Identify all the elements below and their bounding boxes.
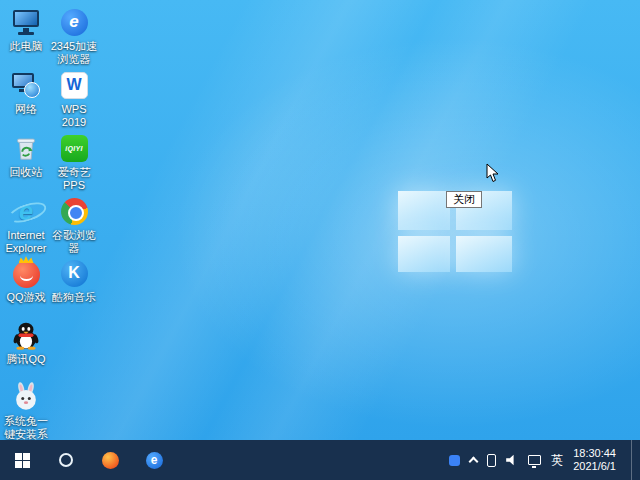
windows-logo-icon — [15, 453, 30, 468]
kugou-icon: K — [61, 260, 88, 287]
desktop-icon-internet-explorer[interactable]: e Internet Explorer — [0, 195, 52, 255]
firefox-taskbar-button[interactable] — [88, 440, 132, 480]
desktop-icon-label: 2345加速浏览器 — [48, 40, 100, 66]
desktop-icon-qq-games[interactable]: QQ游戏 — [0, 257, 52, 304]
desktop-icon-label: 谷歌浏览器 — [48, 229, 100, 255]
ime-indicator[interactable]: 英 — [551, 452, 563, 469]
clock-date: 2021/6/1 — [573, 460, 616, 473]
desktop-icon-kugou-music[interactable]: K 酷狗音乐 — [48, 257, 100, 304]
network-icon — [11, 70, 41, 100]
qq-penguin-icon — [11, 320, 41, 350]
show-desktop-button[interactable] — [631, 440, 636, 480]
network-tray-icon[interactable] — [528, 455, 541, 465]
firefox-icon — [102, 452, 119, 469]
desktop-icon-label: WPS 2019 — [48, 103, 100, 129]
system-tray: 英 18:30:44 2021/6/1 — [449, 440, 640, 480]
recycle-bin-icon — [11, 133, 41, 163]
desktop-icon-label: 酷狗音乐 — [48, 291, 100, 304]
desktop-icon-chrome[interactable]: 谷歌浏览器 — [48, 195, 100, 255]
mouse-cursor — [486, 163, 500, 187]
desktop-icon-label: 腾讯QQ — [0, 353, 52, 366]
desktop-icon-label: 此电脑 — [0, 40, 52, 53]
desktop-icon-wps-2019[interactable]: W WPS 2019 — [48, 69, 100, 129]
taskbar: e 英 18:30:44 2021/6/1 — [0, 440, 640, 480]
browser-2345-icon: e — [61, 9, 88, 36]
browser-e-icon: e — [146, 452, 163, 469]
desktop-icon-label: 系统兔一键安装系统 — [0, 415, 52, 440]
tray-app-icon[interactable] — [449, 455, 460, 466]
desktop-icon-recycle-bin[interactable]: 回收站 — [0, 132, 52, 179]
clock-time: 18:30:44 — [573, 447, 616, 460]
windows-logo-pane — [456, 236, 512, 272]
chrome-icon — [61, 198, 88, 225]
desktop-icon-xitongtu-installer[interactable]: 系统兔一键安装系统 — [0, 381, 52, 440]
hidden-icons-chevron-icon[interactable] — [469, 457, 479, 467]
desktop-icon-tencent-qq[interactable]: 腾讯QQ — [0, 319, 52, 366]
qq-games-icon — [13, 261, 40, 288]
windows-logo-pane — [398, 236, 450, 272]
ie-icon: e — [11, 196, 41, 226]
windows-logo-pane — [398, 191, 450, 230]
desktop-icon-label: 爱奇艺PPS — [48, 166, 100, 192]
desktop-icon-iqiyi-pps[interactable]: iQIYI 爱奇艺PPS — [48, 132, 100, 192]
phone-icon[interactable] — [487, 454, 496, 467]
rabbit-icon — [11, 382, 41, 412]
wps-icon: W — [61, 72, 88, 99]
desktop-icon-label: Internet Explorer — [0, 229, 52, 255]
browser-2345-taskbar-button[interactable]: e — [132, 440, 176, 480]
cortana-search-button[interactable] — [44, 440, 88, 480]
desktop-icon-label: 回收站 — [0, 166, 52, 179]
computer-icon — [11, 7, 41, 37]
desktop-icon-label: QQ游戏 — [0, 291, 52, 304]
desktop-icon-this-pc[interactable]: 此电脑 — [0, 6, 52, 53]
start-button[interactable] — [0, 440, 44, 480]
volume-icon[interactable] — [506, 454, 518, 466]
desktop-icon-2345-browser[interactable]: e 2345加速浏览器 — [48, 6, 100, 66]
desktop-icon-network[interactable]: 网络 — [0, 69, 52, 116]
cortana-icon — [59, 453, 73, 467]
desktop-icon-label: 网络 — [0, 103, 52, 116]
iqiyi-icon: iQIYI — [61, 135, 88, 162]
tooltip: 关闭 — [446, 191, 482, 208]
taskbar-clock[interactable]: 18:30:44 2021/6/1 — [573, 447, 616, 473]
desktop-wallpaper: 关闭 此电脑 网络 回收站 e Internet — [0, 0, 640, 440]
